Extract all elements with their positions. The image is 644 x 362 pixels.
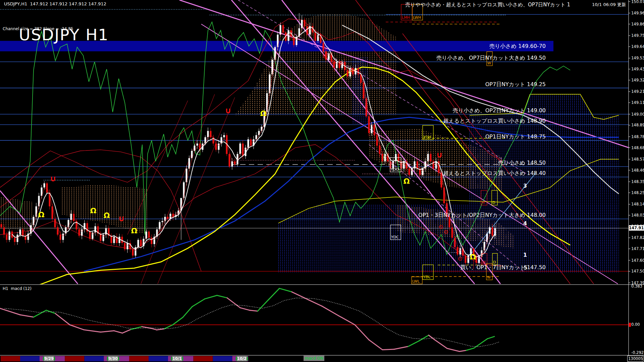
- sell-signal-icon: ∪: [436, 150, 443, 160]
- update-timestamp: 10/1 06:09 更新: [592, 2, 626, 8]
- session-segment: [65, 356, 85, 361]
- macd-zero-marker: [629, 323, 631, 327]
- macd-line: [382, 349, 394, 350]
- level-tag-label: LWH: [413, 15, 421, 20]
- price-annotation: 超えるとストップロス買い小さめ 148.40: [443, 170, 546, 176]
- buy-signal-icon: Ω: [260, 109, 267, 118]
- macd-axis-label: 0.00: [631, 322, 640, 327]
- price-annotation: OP1・3日NYカット/OP2日NYカット大きめ 148.00: [418, 212, 546, 218]
- buy-signal-icon: Ω: [38, 210, 45, 219]
- band-annotation: 売り小さめ 149.60-70: [489, 43, 546, 49]
- symbol-ohlc-readout: USDJPY,H1 147.912 147.912 147.912 147.91…: [4, 1, 106, 6]
- date-label: 9/30: [108, 356, 118, 361]
- session-segment: [149, 356, 168, 361]
- price-axis-label: 147.500: [631, 269, 644, 274]
- price-annotation: 買い、OP1・7日NYカット 147.50: [460, 264, 546, 270]
- price-axis-label: 147.715: [631, 246, 644, 251]
- entry-marker-icon: [333, 62, 334, 63]
- level-tag-label: M: [482, 200, 485, 205]
- price-axis-label: 148.570: [631, 157, 644, 162]
- wave-count-label: 1: [523, 252, 527, 258]
- level-tag-label: YDO: [390, 167, 399, 172]
- buy-signal-icon: Ω: [104, 211, 110, 220]
- macd-toggle-button[interactable]: macd ON: [304, 356, 324, 361]
- price-axis-label: 149.535: [631, 56, 644, 60]
- price-axis-label: 149.750: [631, 33, 644, 38]
- macd-axis-label: 0.383: [631, 284, 642, 289]
- price-axis-label: 147.820: [631, 235, 644, 240]
- level-tag-label: LMH: [402, 15, 410, 20]
- price-annotation: 売り小さめ、OP7日NYカット大きめ 149.50: [436, 55, 546, 61]
- date-chip-tick: [171, 357, 172, 361]
- level-tag-label: D: [492, 200, 495, 205]
- price-axis-label: 148.250: [631, 190, 644, 195]
- bar-count-readout: 130005: [627, 356, 643, 362]
- buy-signal-icon: Ω: [131, 227, 138, 235]
- price-annotation: 売り小さめ、OP2日NYカット 149.00: [453, 107, 546, 114]
- current-price-badge: 147.912: [629, 225, 644, 231]
- price-axis-label: 147.605: [631, 258, 644, 263]
- price-annotation: OP1日NYカット 148.75: [485, 133, 546, 140]
- session-segment: [20, 356, 40, 361]
- date-chip-tick: [182, 357, 183, 361]
- session-segment: [194, 356, 213, 361]
- session-segment: [85, 356, 104, 361]
- sell-signal-icon: ∪: [225, 106, 231, 115]
- entry-marker-icon: [441, 227, 442, 228]
- mt4-chart-window: ∪∪∪∪ΩΩΩΩΩΩΩLMHLWHWYDHYDOMDYDCMDWYDLLWL34…: [0, 0, 644, 362]
- price-axis-label: 149.645: [631, 44, 644, 49]
- price-axis-label: 148.140: [631, 202, 644, 206]
- ichimoku-cloud-orange: [0, 197, 34, 232]
- wave-count-label: 3: [523, 183, 527, 189]
- price-axis-label: 149.110: [631, 100, 644, 105]
- date-chip-tick: [236, 357, 237, 361]
- price-axis-label: 150.075: [631, 0, 644, 4]
- price-chart-canvas[interactable]: ∪∪∪∪ΩΩΩΩΩΩΩLMHLWHWYDHYDOMDYDCMDWYDLLWL34…: [0, 0, 644, 362]
- sell-signal-icon: ∪: [50, 174, 56, 183]
- entry-marker-icon: [325, 56, 326, 57]
- level-tag-label: YDH: [423, 135, 431, 139]
- price-axis-label: 148.035: [631, 213, 644, 218]
- date-chip-tick: [247, 357, 248, 361]
- price-axis-label: 148.895: [631, 123, 644, 127]
- level-tag-label: YDC: [391, 235, 399, 239]
- buy-signal-icon: Ω: [404, 177, 410, 185]
- price-axis-label: 148.785: [631, 134, 644, 139]
- level-tag-label: LWL: [412, 279, 420, 284]
- level-tag-label: M: [482, 260, 486, 264]
- level-tag-label: W: [487, 275, 491, 280]
- date-chip-tick: [54, 357, 55, 361]
- date-chip-tick: [118, 357, 119, 361]
- buy-signal-icon: Ω: [470, 253, 476, 261]
- page-title: USDJPY H1: [19, 25, 109, 44]
- session-segment: [129, 356, 149, 361]
- entry-marker-icon: [446, 232, 447, 233]
- wave-count-label: 4: [523, 220, 527, 227]
- date-label: 10/2: [237, 356, 247, 361]
- macd-axis-label: -0.292: [631, 350, 644, 355]
- level-tag-label: D: [493, 260, 496, 264]
- entry-marker-icon: [460, 258, 461, 259]
- date-chip-tick: [107, 357, 108, 361]
- price-axis-label: 149.965: [631, 11, 644, 15]
- sell-signal-icon: ∪: [118, 214, 125, 223]
- session-segment: [1, 356, 20, 361]
- price-annotation: OP7日NYカット 149.25: [485, 81, 546, 87]
- entry-marker-icon: [340, 63, 341, 64]
- order-note-annotation: 売りやや小さめ・超えるとストップロス買い小さめ、OP7日NYカット 1: [405, 2, 570, 8]
- price-annotation: 超えるとストップロス買い小さめ 148.90: [443, 118, 546, 124]
- price-axis-label: 148.680: [631, 145, 644, 150]
- price-axis-label: 149.000: [631, 112, 644, 117]
- price-axis-label: 148.355: [631, 179, 644, 184]
- price-axis-label: 149.430: [631, 67, 644, 71]
- price-axis-label: 149.325: [631, 78, 644, 82]
- price-axis-label: 149.860: [631, 22, 644, 26]
- entry-marker-icon: [352, 70, 353, 71]
- session-segment: [213, 356, 232, 361]
- price-axis-label: 148.465: [631, 168, 644, 173]
- price-axis-label: 149.215: [631, 89, 644, 94]
- macd-indicator-label: H1 macd (12): [3, 286, 32, 291]
- date-label: 10/1: [172, 356, 182, 361]
- date-chip-tick: [43, 357, 44, 361]
- level-tag-label: W: [487, 61, 491, 65]
